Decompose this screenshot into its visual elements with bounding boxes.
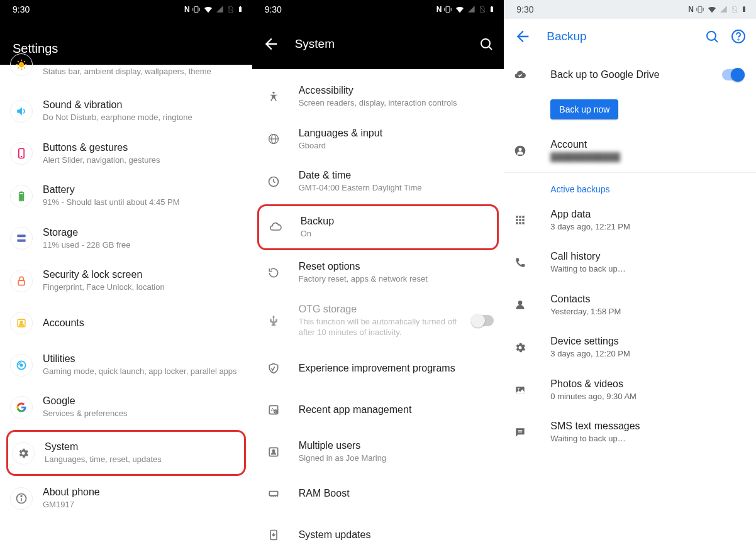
status-icons-cluster: N [436, 4, 496, 14]
backup-to-drive-row[interactable]: Back up to Google Drive [504, 54, 756, 96]
backup-now-button[interactable]: Back up now [550, 99, 618, 119]
item-sub: Signed in as Joe Maring [299, 453, 494, 464]
account-row[interactable]: Account ████████████ [504, 129, 756, 172]
settings-item-accounts[interactable]: Accounts [0, 302, 252, 344]
item-title: Accessibility [299, 85, 494, 96]
system-item-updates[interactable]: System updates [252, 514, 504, 545]
vibrate-icon [696, 5, 704, 14]
otg-toggle[interactable] [472, 315, 494, 326]
system-item-recent[interactable]: A Recent app management [252, 389, 504, 431]
appbar: System [252, 19, 504, 69]
phone-screen-backup: 9:30 N Backup Back up to Google Drive Ba… [504, 0, 756, 545]
settings-item-sub: Gaming mode, quick launch, app locker, p… [43, 366, 242, 377]
backup-toggle[interactable] [722, 69, 743, 80]
settings-item-sub: 11% used - 228 GB free [43, 239, 242, 251]
accounts-icon [10, 312, 33, 334]
highlight-backup: Backup On [257, 204, 499, 251]
settings-item-sub: Fingerprint, Face Unlock, location [43, 282, 242, 293]
cloud-icon [264, 216, 287, 238]
svg-point-61 [518, 388, 520, 390]
svg-rect-22 [17, 235, 25, 238]
settings-item-sub: Languages, time, reset, updates [45, 454, 234, 465]
settings-item-google[interactable]: Google Services & preferences [0, 386, 252, 429]
backup-item-device[interactable]: Device settings 3 days ago, 12:20 PM [504, 326, 756, 369]
gestures-icon [10, 142, 33, 165]
item-title: App data [550, 209, 746, 220]
battery-icon [489, 4, 495, 14]
system-item-otg[interactable]: OTG storage This function will be automa… [252, 294, 504, 348]
item-title: Reset options [299, 261, 494, 272]
settings-item-sub: Services & preferences [43, 408, 242, 419]
settings-item-title: Utilities [43, 353, 242, 365]
signal-icon [216, 5, 225, 14]
lock-icon [10, 270, 33, 292]
settings-item-gestures[interactable]: Buttons & gestures Alert Slider, navigat… [0, 133, 252, 175]
svg-rect-20 [20, 191, 22, 192]
ram-icon [262, 482, 285, 505]
backup-item-callhistory[interactable]: Call history Waiting to back up… [504, 241, 756, 284]
back-button[interactable] [262, 35, 280, 53]
signal-icon [467, 5, 476, 14]
svg-point-59 [518, 301, 523, 306]
system-item-languages[interactable]: Languages & input Gboard [252, 118, 504, 161]
system-item-datetime[interactable]: Date & time GMT-04:00 Eastern Daylight T… [252, 160, 504, 203]
system-item-backup[interactable]: Backup On [259, 206, 498, 249]
svg-rect-24 [18, 280, 25, 285]
svg-point-31 [21, 496, 22, 497]
system-item-ram[interactable]: RAM Boost [252, 473, 504, 514]
svg-point-32 [272, 91, 274, 93]
settings-item-security[interactable]: Security & lock screen Fingerprint, Face… [0, 260, 252, 302]
backup-content: Back up to Google Drive Back up now Acco… [504, 54, 756, 454]
svg-rect-21 [20, 194, 23, 201]
settings-item-sound[interactable]: Sound & vibration Do Not Disturb, earpho… [0, 90, 252, 133]
svg-point-18 [21, 156, 23, 158]
backup-item-appdata[interactable]: App data 3 days ago, 12:21 PM [504, 199, 756, 242]
page-title: Settings [0, 19, 252, 69]
system-item-users[interactable]: Multiple users Signed in as Joe Maring [252, 431, 504, 473]
gear-icon [514, 336, 540, 359]
recent-icon: A [262, 399, 285, 421]
status-time: 9:30 [13, 4, 30, 14]
vibrate-icon [192, 5, 201, 14]
settings-item-system[interactable]: System Languages, time, reset, updates [8, 432, 244, 475]
settings-item-sub: GM1917 [43, 499, 242, 510]
item-title: Call history [550, 251, 746, 262]
wifi-icon [203, 4, 213, 14]
no-sim-icon [731, 5, 738, 14]
item-title: SMS text messages [550, 421, 746, 432]
item-title: Experience improvement programs [299, 363, 494, 374]
svg-point-26 [20, 321, 22, 322]
system-item-experience[interactable]: Experience improvement programs [252, 348, 504, 389]
svg-line-14 [24, 67, 25, 69]
settings-item-utilities[interactable]: Utilities Gaming mode, quick launch, app… [0, 344, 252, 387]
settings-item-storage[interactable]: Storage 11% used - 228 GB free [0, 217, 252, 260]
info-icon [10, 487, 33, 510]
update-icon [262, 524, 285, 545]
back-button[interactable] [514, 28, 531, 45]
settings-item-title: About phone [43, 487, 242, 498]
battery-icon [741, 4, 747, 14]
item-title: Languages & input [299, 128, 494, 139]
settings-item-about[interactable]: About phone GM1917 [0, 477, 252, 520]
settings-item-sub: 91% - Should last until about 4:45 PM [43, 197, 242, 208]
backup-item-photos[interactable]: Photos & videos 0 minutes ago, 9:30 AM [504, 369, 756, 412]
item-title: System updates [299, 529, 494, 541]
item-sub: On [301, 228, 487, 239]
shield-icon [262, 357, 285, 380]
system-item-accessibility[interactable]: Accessibility Screen readers, display, i… [252, 75, 504, 118]
settings-item-battery[interactable]: Battery 91% - Should last until about 4:… [0, 175, 252, 217]
settings-item-title: Accounts [43, 317, 242, 329]
system-item-reset[interactable]: Reset options Factory reset, apps & netw… [252, 251, 504, 294]
nfc-icon: N [184, 5, 189, 14]
backup-item-contacts[interactable]: Contacts Yesterday, 1:58 PM [504, 284, 756, 327]
settings-item-display[interactable]: Status bar, ambient display, wallpapers,… [0, 65, 252, 90]
status-bar: 9:30 N [0, 0, 252, 19]
search-button[interactable] [704, 29, 720, 44]
search-button[interactable] [479, 36, 494, 52]
svg-rect-58 [523, 223, 525, 224]
svg-rect-51 [520, 216, 521, 218]
backup-item-sms[interactable]: SMS text messages Waiting to back up… [504, 411, 756, 454]
battery-icon [10, 185, 33, 207]
help-button[interactable] [731, 29, 746, 44]
settings-item-sub: Do Not Disturb, earphone mode, ringtone [43, 112, 242, 123]
